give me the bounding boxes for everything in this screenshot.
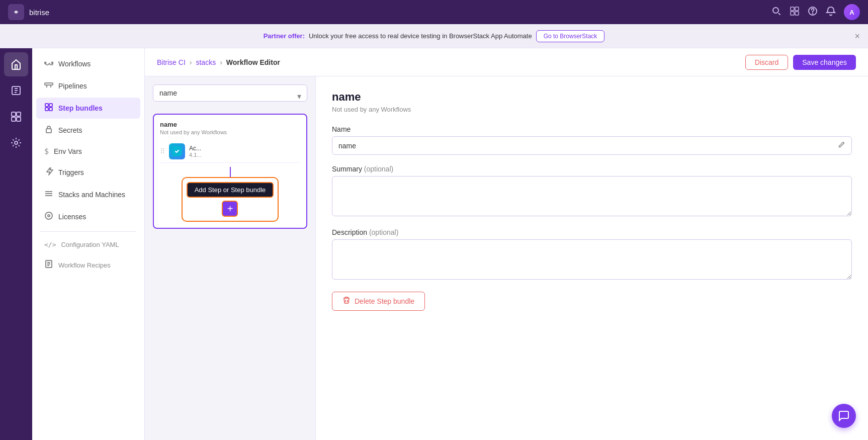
card-subtitle: Not used by any Workflows [160,129,300,135]
svg-point-7 [813,13,813,14]
step-name: Ac... [189,145,300,152]
sidebar-item-licenses[interactable]: Licenses [36,206,140,227]
triggers-icon [44,167,53,178]
sidebar-label-pipelines: Pipelines [58,82,87,90]
dashboard-icon[interactable] [790,6,800,19]
sidebar-item-workflows[interactable]: Workflows [36,53,140,74]
sidebar-divider [40,231,136,232]
sidebar-item-pipelines[interactable]: Pipelines [36,75,140,97]
rp-subtitle: Not used by any Workflows [332,106,852,113]
bell-icon[interactable] [826,6,836,19]
sidebar-item-env-vars[interactable]: $ Env Vars [36,142,140,161]
step-version: 4.1... [189,152,300,158]
stacks-icon [44,189,53,200]
svg-rect-9 [12,112,16,116]
step-bundle-card: name Not used by any Workflows ⠿ [153,114,307,229]
banner-text: Unlock your free access to real device t… [309,32,532,40]
close-banner-icon[interactable]: × [854,31,860,41]
sidebar-label-stacks-machines: Stacks and Machines [58,191,125,199]
breadcrumb: Bitrise CI › stacks › Workflow Editor [157,58,280,66]
main-layout: Workflows Pipelines Step bundles [0,48,868,440]
top-nav: bitrise A [0,0,868,24]
svg-point-1 [773,8,778,13]
summary-field-label: Summary (optional) [332,165,852,173]
sidebar-icon-builds[interactable] [4,78,28,103]
breadcrumb-current: Workflow Editor [226,58,280,66]
step-icon [169,143,185,159]
card-title: name [160,121,300,128]
sidebar-item-stacks-machines[interactable]: Stacks and Machines [36,184,140,205]
summary-field[interactable] [332,176,852,216]
workflow-select[interactable]: name [153,84,307,102]
drag-handle-icon[interactable]: ⠿ [160,147,165,155]
breadcrumb-sep-1: › [190,58,192,66]
add-step-button[interactable]: + [222,201,238,217]
delete-button-label: Delete Step bundle [355,297,414,305]
svg-rect-17 [45,104,48,107]
workflows-icon [44,58,53,69]
sidebar-label-secrets: Secrets [58,126,82,134]
svg-point-13 [15,141,18,144]
secrets-icon [44,125,53,136]
orange-outline: Add Step or Step bundle + [182,177,279,222]
chat-button[interactable] [832,404,856,428]
content-area: Bitrise CI › stacks › Workflow Editor Di… [145,48,868,440]
svg-rect-19 [45,108,48,111]
help-icon[interactable] [808,6,818,19]
sidebar-label-licenses: Licenses [58,213,86,221]
sidebar-item-triggers[interactable]: Triggers [36,162,140,183]
left-panel: name name Not used by any Workflows ⠿ [145,76,316,440]
workflow-select-wrapper: name [153,84,307,108]
svg-rect-12 [17,117,21,121]
sidebar-icon-apps[interactable] [4,105,28,129]
breadcrumb-bar: Bitrise CI › stacks › Workflow Editor Di… [145,48,868,76]
two-panel: name name Not used by any Workflows ⠿ [145,76,868,440]
svg-point-23 [48,215,50,217]
bitrise-logo[interactable] [8,4,24,20]
avatar[interactable]: A [844,4,860,20]
top-nav-left: bitrise [8,4,49,20]
description-field[interactable] [332,239,852,280]
delete-step-bundle-button[interactable]: Delete Step bundle [332,292,425,311]
breadcrumb-sep-2: › [220,58,222,66]
save-changes-button[interactable]: Save changes [793,55,856,70]
breadcrumb-bitrise-ci[interactable]: Bitrise CI [157,58,186,66]
sidebar-icon-home[interactable] [4,52,28,76]
right-panel: name Not used by any Workflows Name name… [316,76,868,440]
sidebar-item-workflow-recipes[interactable]: Workflow Recipes [36,254,140,276]
edit-icon[interactable] [837,141,845,150]
step-row: ⠿ Ac... 4.1... [160,140,300,163]
sidebar-item-config-yaml[interactable]: </> Configuration YAML [36,236,140,253]
go-to-browserstack-button[interactable]: Go to BrowserStack [536,30,605,42]
add-step-area: Add Step or Step bundle + [160,167,300,222]
top-nav-right: A [771,4,860,20]
search-icon[interactable] [771,6,782,19]
svg-rect-2 [791,7,794,11]
svg-rect-4 [791,12,794,15]
sidebar-item-step-bundles[interactable]: Step bundles [36,98,140,119]
sidebar-label-step-bundles: Step bundles [58,104,103,112]
breadcrumb-actions: Discard Save changes [745,55,856,70]
partner-banner: Partner offer: Unlock your free access t… [0,24,868,48]
text-sidebar: Workflows Pipelines Step bundles [32,48,145,440]
licenses-icon [44,211,53,222]
connector-line [230,167,231,177]
sidebar-label-env-vars: Env Vars [54,147,82,155]
name-field[interactable]: name [332,136,852,155]
svg-rect-18 [49,104,52,107]
app-title: bitrise [29,8,49,17]
sidebar-item-secrets[interactable]: Secrets [36,120,140,141]
icon-sidebar [0,48,32,440]
sidebar-label-triggers: Triggers [58,168,84,177]
breadcrumb-stacks[interactable]: stacks [196,58,216,66]
svg-rect-16 [45,83,53,85]
sidebar-label-workflows: Workflows [58,60,91,68]
svg-rect-20 [49,108,52,111]
sidebar-icon-settings[interactable] [4,131,28,155]
discard-button[interactable]: Discard [745,55,788,70]
svg-rect-10 [17,112,21,116]
name-field-value: name [338,142,356,150]
add-step-tooltip: Add Step or Step bundle [187,182,274,198]
sidebar-label-workflow-recipes: Workflow Recipes [58,261,111,269]
trash-icon [342,296,351,306]
